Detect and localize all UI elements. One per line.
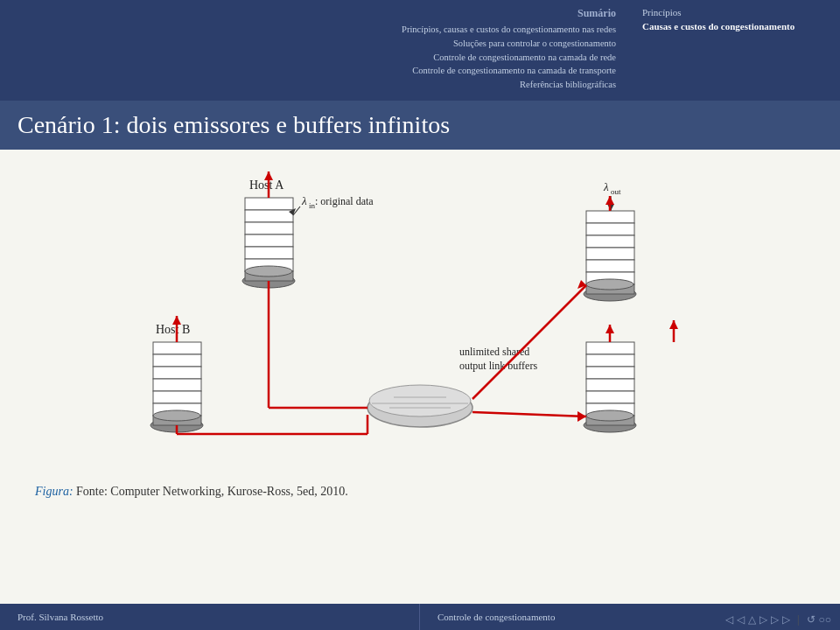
svg-rect-19	[153, 342, 201, 354]
svg-rect-36	[586, 223, 634, 235]
svg-text:Host B: Host B	[156, 323, 190, 336]
svg-text:λ: λ	[603, 180, 609, 193]
footer-topic: Controle de congestionamento	[438, 612, 555, 622]
host-a-label: Host A	[249, 178, 284, 192]
nav-item-3: Controle de congestionamento na camada d…	[14, 51, 616, 65]
svg-rect-45	[586, 354, 634, 367]
caption-text: Fonte: Computer Networking, Kurose-Ross,…	[74, 485, 348, 498]
svg-point-52	[586, 410, 634, 421]
nav-arrow-down[interactable]: ▷	[760, 613, 767, 626]
svg-rect-3	[245, 234, 293, 247]
svg-rect-48	[586, 391, 634, 403]
nav-search[interactable]: ○○	[819, 613, 832, 626]
svg-marker-65	[578, 411, 586, 422]
right-section-title: Princípios	[642, 7, 826, 18]
summary-title: Sumário	[14, 7, 616, 20]
nav-arrow-up[interactable]: △	[748, 613, 756, 626]
svg-marker-54	[264, 172, 273, 180]
svg-rect-23	[153, 391, 201, 403]
slide-title-bar: Cenário 1: dois emissores e buffers infi…	[0, 101, 840, 150]
header-nav: Sumário Princípios, causas e custos do c…	[14, 7, 634, 92]
diagram-area: Host A λ in : original data λ out	[26, 163, 814, 478]
footer-author: Prof. Silvana Rossetto	[18, 612, 103, 622]
svg-rect-1	[245, 210, 293, 222]
svg-rect-35	[586, 211, 634, 223]
svg-rect-22	[153, 379, 201, 391]
svg-rect-37	[586, 235, 634, 248]
svg-rect-47	[586, 379, 634, 391]
header-right-section: Princípios Causas e custos do congestion…	[634, 7, 826, 92]
nav-item-2: Soluções para controlar o congestionamen…	[14, 37, 616, 51]
svg-text:: original data: : original data	[315, 195, 374, 207]
nav-arrow-left[interactable]: ◁	[725, 613, 733, 626]
caption: Figura: Fonte: Computer Networking, Kuro…	[26, 485, 814, 499]
svg-line-64	[472, 412, 586, 416]
nav-divider: |	[797, 613, 799, 626]
svg-rect-0	[245, 198, 293, 210]
slide-title: Cenário 1: dois emissores e buffers infi…	[18, 111, 822, 139]
svg-marker-67	[606, 196, 614, 205]
svg-rect-38	[586, 248, 634, 260]
svg-rect-4	[245, 247, 293, 259]
svg-rect-21	[153, 367, 201, 379]
svg-point-43	[586, 279, 634, 290]
svg-marker-58	[172, 316, 181, 325]
nav-item-1: Princípios, causas e custos do congestio…	[14, 23, 616, 37]
caption-label: Figura:	[35, 485, 74, 498]
svg-text:output link buffers: output link buffers	[459, 360, 537, 372]
svg-rect-20	[153, 354, 201, 367]
nav-item-4: Controle de congestionamento na camada d…	[14, 64, 616, 78]
footer-navigation: ◁ ◁ △ ▷ ▷ ▷ | ↺ ○○	[725, 613, 831, 626]
svg-marker-69	[606, 325, 614, 333]
svg-rect-2	[245, 222, 293, 234]
svg-rect-39	[586, 260, 634, 272]
svg-point-27	[153, 410, 200, 421]
svg-point-8	[245, 266, 292, 276]
main-content: Host A λ in : original data λ out	[0, 150, 840, 499]
nav-refresh[interactable]: ↺	[807, 613, 816, 626]
svg-line-62	[472, 285, 586, 399]
header: Sumário Princípios, causas e custos do c…	[0, 0, 840, 101]
footer-left: Prof. Silvana Rossetto	[0, 604, 420, 630]
nav-arrow-left2[interactable]: ◁	[737, 613, 745, 626]
nav-item-5: Referências bibliográficas	[14, 78, 616, 92]
right-section-active: Causas e custos do congestionamento	[642, 21, 826, 32]
svg-point-31	[369, 385, 471, 416]
svg-rect-46	[586, 367, 634, 379]
svg-text:out: out	[611, 187, 621, 196]
footer: Prof. Silvana Rossetto Controle de conge…	[0, 604, 840, 630]
svg-rect-44	[586, 342, 634, 354]
nav-arrow-right2[interactable]: ▷	[782, 613, 790, 626]
svg-text:λ: λ	[301, 194, 307, 207]
network-diagram: Host A λ in : original data λ out	[26, 163, 814, 478]
svg-marker-71	[669, 320, 678, 329]
nav-arrow-right[interactable]: ▷	[771, 613, 779, 626]
